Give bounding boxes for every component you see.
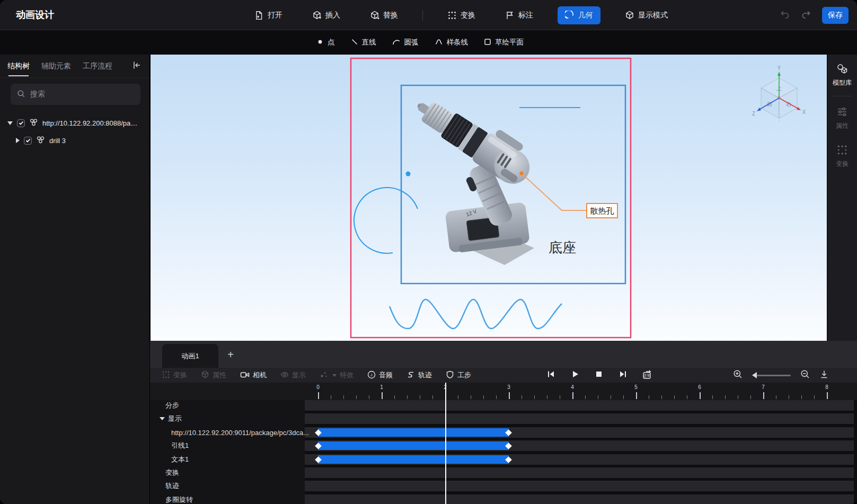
- eye-icon: [280, 370, 289, 381]
- open-button[interactable]: 打开: [249, 6, 288, 24]
- timeline-row-label[interactable]: 轨迹: [165, 481, 179, 491]
- search-input[interactable]: 搜索: [11, 84, 140, 105]
- tl-trajectory-button[interactable]: 轨迹: [407, 370, 432, 381]
- timeline-row-track[interactable]: [305, 467, 854, 478]
- transform-button[interactable]: 变换: [442, 6, 481, 24]
- ruler-tick-label: 8: [824, 384, 830, 390]
- timeline-rows: 分步显示http://10.122.92.200:9011/package/pc…: [150, 400, 857, 504]
- annotation-leader[interactable]: 散热孔: [520, 172, 618, 218]
- slider-track[interactable]: [757, 375, 791, 376]
- display-mode-button[interactable]: 显示模式: [620, 6, 673, 24]
- tl-camera-button[interactable]: 相机: [240, 370, 267, 381]
- timeline-row-label[interactable]: 文本1: [171, 454, 189, 465]
- keyframe-bar[interactable]: [318, 428, 509, 437]
- keyframe-diamond[interactable]: [505, 443, 512, 449]
- row-label-text: 分步: [165, 401, 179, 410]
- ruler-minor-tick: [522, 395, 522, 399]
- model-library-button[interactable]: 模型库: [833, 63, 852, 87]
- tl-display-button[interactable]: 显示: [280, 370, 306, 381]
- point-label: 点: [328, 38, 335, 47]
- timeline-row-track[interactable]: [305, 427, 854, 438]
- point-tool-button[interactable]: 点: [316, 38, 335, 47]
- tab-structure-tree[interactable]: 结构树: [7, 61, 30, 71]
- slider-thumb[interactable]: [752, 372, 757, 378]
- timeline-row-track[interactable]: [305, 494, 854, 504]
- stop-icon[interactable]: [594, 369, 604, 381]
- replace-button[interactable]: 替换: [365, 6, 403, 24]
- tl-audio-button[interactable]: ♪音频: [367, 370, 393, 381]
- chevron-down-icon: [332, 374, 337, 377]
- keyframe-diamond[interactable]: [315, 456, 322, 463]
- playhead[interactable]: [445, 383, 446, 504]
- step-forward-icon[interactable]: [618, 369, 628, 381]
- scene-text-label[interactable]: 底座: [549, 240, 576, 255]
- sketch-point[interactable]: [406, 172, 411, 176]
- timeline-row-track[interactable]: [305, 481, 854, 491]
- insert-button[interactable]: 插入: [307, 6, 346, 24]
- timeline-row-label[interactable]: 显示: [160, 413, 182, 424]
- 3d-viewport[interactable]: 12 V: [150, 55, 827, 341]
- zoom-out-icon[interactable]: [800, 369, 810, 381]
- tl-properties-button[interactable]: 属性: [201, 370, 226, 381]
- tl-transform-button[interactable]: 变换: [162, 370, 187, 381]
- keyframe-bar[interactable]: [318, 441, 509, 450]
- arc-tool-button[interactable]: 圆弧: [392, 38, 419, 47]
- sketch-arc[interactable]: [354, 188, 418, 253]
- tree-checkbox[interactable]: [17, 119, 25, 127]
- tree-item-drill3[interactable]: drill 3: [0, 133, 150, 148]
- tree-item-label: http://10.122.92.200:8088/pack...: [42, 119, 140, 127]
- geometry-button[interactable]: 几何: [558, 6, 600, 24]
- timeline-row-track[interactable]: [305, 413, 854, 424]
- tree-checkbox[interactable]: [24, 137, 32, 145]
- arc-label: 圆弧: [404, 38, 419, 47]
- timeline-ruler[interactable]: 012345678: [150, 383, 857, 400]
- export-download-icon[interactable]: [819, 369, 829, 381]
- timeline-row-label[interactable]: http://10.122.92.200:9011/package/pc/3dc…: [171, 427, 309, 438]
- keyframe-diamond[interactable]: [505, 456, 512, 463]
- keyframe-bar[interactable]: [318, 455, 509, 464]
- collapsed-caret-icon[interactable]: [16, 138, 20, 143]
- zoom-in-icon[interactable]: [733, 369, 743, 381]
- tab-auxiliary-elements[interactable]: 辅助元素: [41, 61, 71, 71]
- add-animation-tab-button[interactable]: +: [223, 345, 238, 364]
- leader-anchor-dot: [520, 172, 524, 175]
- keyframe-diamond[interactable]: [315, 443, 322, 449]
- timeline-row-label[interactable]: 变换: [165, 467, 179, 478]
- timeline-row-track[interactable]: [305, 440, 854, 451]
- undo-icon[interactable]: [780, 9, 790, 22]
- timeline-scale-slider[interactable]: [752, 372, 791, 378]
- ruler-minor-tick: [356, 395, 357, 399]
- keyframe-diamond[interactable]: [315, 429, 322, 436]
- display-mode-label: 显示模式: [638, 11, 668, 20]
- ruler-minor-tick: [789, 395, 789, 399]
- tab-process-flow[interactable]: 工序流程: [83, 61, 112, 71]
- ruler-tick-label: 7: [760, 384, 766, 390]
- redo-icon[interactable]: [801, 9, 811, 22]
- expand-caret-icon[interactable]: [7, 121, 13, 125]
- collapse-sidebar-icon[interactable]: [131, 60, 142, 72]
- sketch-plane-tool-button[interactable]: 草绘平面: [484, 38, 524, 47]
- play-mode-button[interactable]: 正常: [642, 370, 656, 381]
- tl-workstep-button[interactable]: 工步: [446, 370, 471, 381]
- properties-label: 属性: [836, 121, 849, 130]
- properties-button[interactable]: 属性: [836, 106, 849, 130]
- spline-tool-button[interactable]: 样条线: [435, 38, 469, 47]
- timeline-row-label[interactable]: 多圈旋转: [165, 494, 193, 504]
- timeline-row-track[interactable]: [305, 454, 854, 465]
- transform-panel-button[interactable]: 变换: [836, 144, 849, 169]
- save-button[interactable]: 保存: [822, 7, 849, 24]
- keyframe-diamond[interactable]: [505, 429, 512, 436]
- step-back-icon[interactable]: [546, 369, 556, 381]
- timeline-row-label[interactable]: 引线1: [171, 440, 189, 451]
- row-expand-caret-icon[interactable]: [160, 417, 165, 420]
- sketch-spline-wave[interactable]: [390, 299, 562, 329]
- tl-effects-button[interactable]: 特效: [320, 370, 354, 381]
- animation-tab[interactable]: 动画1: [162, 344, 218, 368]
- play-icon[interactable]: [570, 369, 580, 381]
- tree-item-package[interactable]: http://10.122.92.200:8088/pack...: [0, 116, 150, 130]
- timeline-row-label[interactable]: 分步: [165, 400, 179, 411]
- view-cube[interactable]: 上 前 右 Y Z X: [752, 65, 806, 121]
- annotate-button[interactable]: 标注: [500, 6, 538, 24]
- timeline-row-track[interactable]: [305, 400, 854, 411]
- line-tool-button[interactable]: 直线: [351, 38, 376, 47]
